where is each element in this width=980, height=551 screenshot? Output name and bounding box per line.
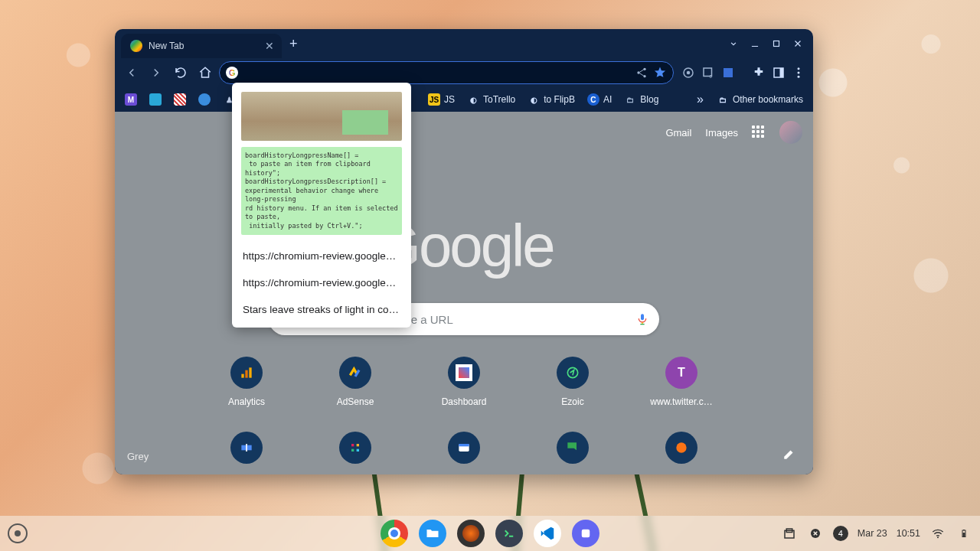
back-button[interactable] xyxy=(121,62,142,83)
customize-button[interactable] xyxy=(782,447,796,461)
share-icon[interactable] xyxy=(635,66,648,80)
shortcut-analytics[interactable]: Analytics xyxy=(216,357,277,407)
svg-rect-28 xyxy=(351,449,354,452)
menu-icon[interactable] xyxy=(790,64,807,81)
files-app-icon[interactable] xyxy=(419,520,446,547)
bookmark-item[interactable] xyxy=(194,91,214,108)
folder-icon: 🗀 xyxy=(624,93,636,106)
svg-point-37 xyxy=(937,536,939,538)
clipboard-text-item[interactable]: https://chromium-review.googleso… xyxy=(232,269,411,296)
maximize-button[interactable] xyxy=(766,33,787,54)
nearby-share-icon[interactable] xyxy=(807,525,824,542)
forward-button[interactable] xyxy=(145,62,167,83)
shortcut-ezoic[interactable]: Ezoic xyxy=(542,357,603,407)
chrome-window: New Tab ✕ + G 0 M xyxy=(115,29,813,474)
wifi-icon xyxy=(929,525,946,542)
extension-icon[interactable]: 0 xyxy=(700,64,717,81)
system-tray[interactable]: 4 Mar 23 10:51 xyxy=(781,525,972,542)
svg-rect-31 xyxy=(459,444,469,446)
reload-button[interactable] xyxy=(170,62,191,83)
svg-point-2 xyxy=(643,68,645,70)
app-icon[interactable] xyxy=(572,520,599,547)
shelf-time: 10:51 xyxy=(897,528,920,539)
voice-search-icon[interactable] xyxy=(636,311,648,327)
shortcut-twitter[interactable]: Twww.twitter.c… xyxy=(651,357,712,407)
new-tab-button[interactable]: + xyxy=(289,36,298,52)
clipboard-code-item[interactable]: boardHistoryLongpressName[] = to paste a… xyxy=(241,147,402,235)
tote-icon[interactable] xyxy=(781,525,798,542)
chrome-app-icon[interactable] xyxy=(381,520,408,547)
close-window-button[interactable] xyxy=(787,33,808,54)
bookmark-item[interactable]: M xyxy=(121,91,141,108)
svg-point-12 xyxy=(798,67,800,70)
tab-search-button[interactable] xyxy=(723,33,744,54)
shortcut-dashboard[interactable]: Dashboard xyxy=(433,357,495,407)
clipboard-text-item[interactable]: https://chromium-review.googleso… xyxy=(232,243,411,269)
shelf-apps xyxy=(381,520,599,547)
shortcut-adsense[interactable]: AdSense xyxy=(325,357,386,407)
clipboard-image-item[interactable] xyxy=(241,92,402,141)
svg-rect-11 xyxy=(780,68,784,77)
svg-point-4 xyxy=(643,75,645,77)
shortcut-item[interactable] xyxy=(433,432,495,464)
shortcut-item[interactable] xyxy=(542,432,603,464)
svg-point-32 xyxy=(676,442,686,452)
bookmark-item[interactable]: 🗀Blog xyxy=(620,91,662,108)
gmail-link[interactable]: Gmail xyxy=(665,127,691,139)
images-link[interactable]: Images xyxy=(705,127,738,139)
ntp-top-links: Gmail Images xyxy=(665,121,802,144)
svg-rect-33 xyxy=(582,530,590,538)
shortcut-item[interactable] xyxy=(651,432,712,464)
bookmark-item[interactable]: CAI xyxy=(583,91,616,108)
bookmark-overflow-icon[interactable]: » xyxy=(692,93,708,106)
shortcut-item[interactable] xyxy=(325,432,386,464)
bookmark-item[interactable]: ◐ToTrello xyxy=(463,91,519,108)
bookmark-item[interactable]: ◐to FlipB xyxy=(524,91,579,108)
folder-icon: 🗀 xyxy=(717,93,729,106)
shortcuts-row: Analytics AdSense Dashboard Ezoic Twww.t… xyxy=(216,357,712,407)
side-panel-icon[interactable] xyxy=(770,64,787,81)
extension-icon[interactable] xyxy=(680,64,697,81)
chromeos-shelf: 4 Mar 23 10:51 xyxy=(0,516,980,551)
shelf-date: Mar 23 xyxy=(858,528,887,539)
vscode-app-icon[interactable] xyxy=(534,520,561,547)
svg-point-14 xyxy=(798,76,800,78)
extensions-row: 0 xyxy=(680,64,807,81)
launcher-button[interactable] xyxy=(8,523,28,543)
bookmark-item[interactable]: JSJS xyxy=(424,91,459,108)
extension-icon[interactable] xyxy=(720,64,737,81)
close-tab-icon[interactable]: ✕ xyxy=(265,40,274,52)
svg-rect-29 xyxy=(357,449,359,452)
clipboard-history-menu: boardHistoryLongpressName[] = to paste a… xyxy=(232,83,411,328)
svg-rect-22 xyxy=(249,367,251,377)
terminal-app-icon[interactable] xyxy=(495,520,523,547)
notification-count[interactable]: 4 xyxy=(833,526,848,541)
shortcut-item[interactable] xyxy=(216,432,277,464)
app-icon[interactable] xyxy=(457,520,485,547)
toolbar: G 0 xyxy=(115,58,813,87)
svg-rect-1 xyxy=(774,41,779,47)
bookmark-item[interactable] xyxy=(145,91,165,108)
profile-avatar[interactable] xyxy=(779,121,802,144)
svg-rect-17 xyxy=(641,314,644,320)
home-button[interactable] xyxy=(194,62,216,83)
clipboard-text-item[interactable]: Stars leave streaks of light in conc… xyxy=(232,296,411,323)
browser-tab[interactable]: New Tab ✕ xyxy=(121,34,282,58)
google-favicon: G xyxy=(226,67,238,79)
bookmark-star-icon[interactable] xyxy=(653,66,667,80)
extensions-menu-icon[interactable] xyxy=(750,64,767,81)
address-bar[interactable]: G xyxy=(219,61,674,84)
svg-point-6 xyxy=(687,71,691,75)
minimize-button[interactable] xyxy=(744,33,766,54)
svg-rect-9 xyxy=(724,68,733,77)
theme-label: Grey xyxy=(127,451,149,462)
svg-rect-27 xyxy=(357,444,359,446)
apps-grid-icon[interactable] xyxy=(752,126,766,139)
chrome-icon xyxy=(130,40,142,52)
bookmark-item[interactable] xyxy=(170,91,190,108)
svg-point-13 xyxy=(798,72,800,74)
new-tab-page: Gmail Images Google Search Google or typ… xyxy=(115,112,813,474)
svg-point-3 xyxy=(637,71,639,73)
bookmarks-bar: M ♟ JSJS ◐ToTrello ◐to FlipB CAI 🗀Blog »… xyxy=(115,87,813,112)
other-bookmarks[interactable]: 🗀Other bookmarks xyxy=(713,91,807,108)
